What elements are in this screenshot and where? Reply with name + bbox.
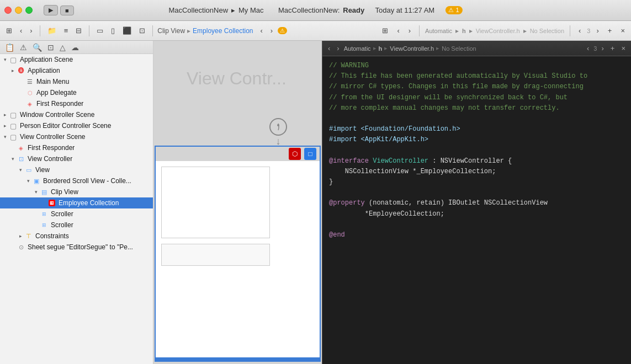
add-btn[interactable]: + [605, 25, 615, 36]
breadcrumb-back[interactable]: ‹ [257, 25, 265, 36]
cv-body[interactable] [155, 161, 321, 358]
separator-1 [40, 25, 40, 36]
responder-icon-1: ◈ [25, 99, 34, 108]
sidebar-item-vc-scene[interactable]: ▢ View Controller Scene [0, 131, 153, 142]
sidebar-item-view-controller[interactable]: ⊡ View Controller [0, 153, 153, 164]
bc-selection: No Selection [442, 45, 476, 52]
sidebar-item-scroller-2[interactable]: ⊞ Scroller [0, 220, 153, 231]
playback-controls: ▶ ■ [44, 5, 74, 15]
bc-file: ViewController.h [390, 45, 434, 52]
code-editor[interactable]: // WARNING // This file has been generat… [322, 56, 631, 364]
disclosure-scroll[interactable] [24, 178, 32, 184]
nav-button[interactable]: ≡ [61, 25, 71, 36]
nav-icon-4[interactable]: ⊡ [46, 42, 56, 52]
nav-icon-5[interactable]: △ [58, 42, 67, 52]
editor-breadcrumb: Automatic ▸ h ▸ ViewController.h ▸ No Se… [344, 45, 582, 52]
sidebar-item-main-menu[interactable]: ☰ Main Menu [0, 76, 153, 87]
editor-next-page[interactable]: › [599, 44, 606, 53]
breadcrumb-forward[interactable]: › [268, 25, 275, 36]
editor-forward[interactable]: › [335, 44, 341, 53]
application-label: Application [28, 67, 60, 74]
scroller-icon-2: ⊞ [40, 221, 49, 229]
storyboard-canvas[interactable]: View Contr... ↓ ⬡ □ [153, 41, 322, 364]
close-button[interactable] [4, 7, 12, 14]
right-nav[interactable]: › [406, 25, 413, 36]
scroll-icon: ▣ [32, 176, 41, 185]
sidebar-item-person-editor-scene[interactable]: ▢ Person Editor Controller Scene [0, 120, 153, 131]
disclosure-application-scene[interactable] [1, 57, 9, 62]
disclosure-application[interactable] [9, 68, 17, 73]
device-label: My Mac [238, 6, 264, 14]
titlebar: ▶ ■ MacCollectionNew ▸ My Mac MacCollect… [0, 0, 631, 21]
selection-label: No Selection [530, 28, 564, 34]
sidebar-item-scroll-view[interactable]: ▣ Bordered Scroll View - Colle... [0, 175, 153, 186]
sheet-segue-label: Sheet segue "EditorSegue" to "Pe... [28, 243, 133, 251]
cube-icon[interactable]: ⬡ [289, 148, 301, 160]
title-area: MacCollectionNew ▸ My Mac MacCollectionN… [168, 6, 462, 14]
sidebar-item-clip-view[interactable]: ▤ Clip View [0, 186, 153, 197]
disclosure-constraints[interactable] [17, 233, 24, 239]
layout-btn3[interactable]: ⬛ [120, 25, 134, 36]
warning-badge: ⚠ 1 [445, 6, 462, 14]
code-line-3: // mirror C# types. Changes in this file… [329, 82, 624, 92]
bc-h: h [379, 45, 383, 52]
canvas-warning: ⚠ [278, 27, 287, 34]
sidebar-item-application-scene[interactable]: ▢ Application Scene [0, 54, 153, 65]
run-button[interactable]: ▶ [44, 5, 58, 15]
grid-toggle[interactable]: ⊞ [379, 25, 391, 36]
code-line-6: #import <Foundation/Foundation.h> [329, 124, 624, 135]
first-responder-1-label: First Responder [36, 100, 83, 108]
editor-close[interactable]: × [619, 44, 628, 53]
nav-icon-2[interactable]: ⚠ [18, 42, 29, 52]
back-button[interactable]: ‹ [17, 25, 25, 36]
code-text: #import <AppKit/AppKit.h> [329, 135, 428, 145]
navigator-panel: 📋 ⚠ 🔍 ⊡ △ ☁ ▢ Application Scene 🅐 Applic… [0, 41, 153, 364]
nav-icon-6[interactable]: ☁ [70, 42, 81, 52]
editor-prev-page[interactable]: ‹ [585, 44, 591, 53]
disclosure-clip[interactable] [32, 189, 40, 195]
prev-page[interactable]: ‹ [576, 25, 584, 36]
disclosure-window-scene[interactable] [1, 112, 9, 117]
stop-button[interactable]: ■ [60, 6, 74, 15]
status-time: Today at 11:27 AM [375, 6, 435, 14]
close-editor[interactable]: × [618, 25, 628, 36]
left-nav[interactable]: ‹ [394, 25, 402, 36]
next-page[interactable]: › [593, 25, 601, 36]
code-line-blank2 [329, 146, 624, 156]
sidebar-item-scroller-1[interactable]: ⊞ Scroller [0, 208, 153, 220]
minimize-button[interactable] [15, 7, 22, 14]
main-menu-label: Main Menu [36, 78, 69, 85]
nav-icon-1[interactable]: 📋 [3, 42, 16, 52]
code-classname: ViewController [373, 156, 428, 167]
disclosure-vc-scene[interactable] [1, 134, 9, 140]
collection-icon: ⊞ [47, 199, 56, 207]
nav-icon-3[interactable]: 🔍 [31, 42, 44, 52]
sidebar-item-window-scene[interactable]: ▢ Window Controller Scene [0, 109, 153, 120]
sidebar-item-constraints[interactable]: ⊤ Constraints [0, 231, 153, 242]
sidebar-item-first-responder-1[interactable]: ◈ First Responder [0, 98, 153, 109]
disclosure-vc[interactable] [9, 156, 17, 162]
blue-icon[interactable]: □ [304, 148, 316, 160]
app-title: MacCollectionNew [168, 6, 228, 14]
layout-btn2[interactable]: ▯ [108, 25, 118, 36]
grid-view-button[interactable]: ⊞ [3, 25, 15, 36]
sidebar-item-app-delegate[interactable]: ⬡ App Delegate [0, 87, 153, 98]
sidebar-item-application[interactable]: 🅐 Application [0, 65, 153, 76]
cv-inner-box-1 [161, 167, 270, 238]
layout-btn1[interactable]: ▭ [94, 25, 106, 36]
layout-btn4[interactable]: ⊡ [136, 25, 148, 36]
sidebar-item-employee-collection[interactable]: ⊞ Employee Collection [0, 197, 153, 208]
maximize-button[interactable] [25, 7, 33, 14]
nav2-button[interactable]: ⊟ [73, 25, 84, 36]
disclosure-person-scene[interactable] [1, 123, 9, 129]
editor-add[interactable]: + [608, 44, 617, 53]
editor-back[interactable]: ‹ [326, 44, 332, 53]
sidebar-item-sheet-segue[interactable]: ⊙ Sheet segue "EditorSegue" to "Pe... [0, 242, 153, 253]
disclosure-view[interactable] [17, 167, 24, 173]
sidebar-item-first-responder-2[interactable]: ◈ First Responder [0, 142, 153, 153]
folder-button[interactable]: 📁 [45, 25, 59, 36]
code-text: // from the UI designer will be synchron… [329, 93, 568, 103]
sidebar-item-view[interactable]: ▭ View [0, 164, 153, 175]
clip-view-label: Clip View [51, 188, 78, 196]
forward-button[interactable]: › [27, 25, 35, 36]
